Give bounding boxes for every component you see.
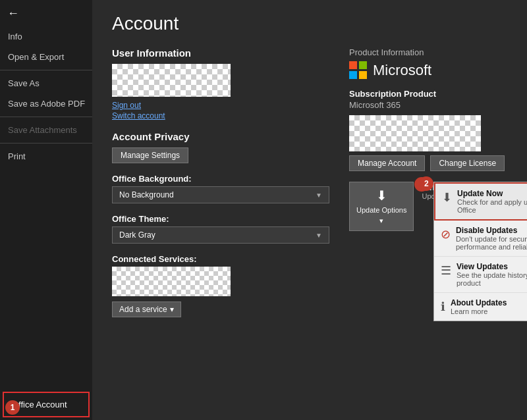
product-info-title: Product Information bbox=[349, 47, 507, 57]
sidebar-item-save-as[interactable]: Save As bbox=[0, 73, 92, 93]
connected-services-placeholder bbox=[112, 267, 231, 296]
update-now-desc: Check for and apply updates for Office bbox=[457, 198, 527, 214]
connected-services-label: Connected Services: bbox=[112, 254, 329, 264]
disable-updates-item[interactable]: ⊘ Disable Updates Don't update for secur… bbox=[434, 221, 527, 257]
right-column: Product Information Microsoft Subscripti… bbox=[349, 47, 507, 328]
update-now-text: Update Now Check for and apply updates f… bbox=[457, 189, 527, 214]
disable-updates-desc: Don't update for security, performance a… bbox=[456, 235, 527, 251]
sidebar: ← Info Open & Export Save As Save as Ado… bbox=[0, 0, 92, 420]
update-now-item[interactable]: ⬇ Update Now Check for and apply updates… bbox=[434, 182, 527, 221]
about-updates-icon: ℹ bbox=[441, 300, 445, 314]
ms-squares bbox=[349, 61, 368, 80]
update-now-title: Update Now bbox=[457, 189, 527, 198]
sidebar-item-info[interactable]: Info bbox=[0, 26, 92, 47]
about-updates-text: About Updates Learn more bbox=[451, 298, 507, 315]
left-column: User Information Sign out Switch account… bbox=[112, 47, 329, 328]
about-updates-title: About Updates bbox=[451, 298, 507, 307]
office-theme-arrow: ▼ bbox=[316, 232, 322, 239]
sidebar-divider-3 bbox=[0, 143, 92, 144]
back-button[interactable]: ← bbox=[0, 0, 26, 26]
ms-sq-red bbox=[349, 61, 357, 69]
add-service-arrow-icon: ▾ bbox=[170, 305, 174, 314]
product-image-placeholder bbox=[349, 115, 481, 151]
badge-1: 1 bbox=[5, 400, 20, 415]
sidebar-divider-1 bbox=[0, 70, 92, 70]
office-background-arrow: ▼ bbox=[316, 192, 322, 199]
view-updates-item[interactable]: ☰ View Updates See the update history fo… bbox=[434, 257, 527, 293]
account-privacy-title: Account Privacy bbox=[112, 131, 329, 142]
update-options-dropdown: 3 ⬇ Update Now Check for and apply updat… bbox=[433, 182, 527, 321]
about-updates-desc: Learn more bbox=[451, 307, 507, 315]
manage-account-button[interactable]: Manage Account bbox=[349, 155, 425, 171]
update-options-button[interactable]: ⬇ Update Options ▾ bbox=[349, 182, 414, 231]
microsoft-logo: Microsoft bbox=[349, 61, 507, 80]
switch-account-link[interactable]: Switch account bbox=[112, 111, 329, 120]
office-theme-section: Office Theme: Dark Gray ▼ bbox=[112, 214, 329, 244]
view-updates-icon: ☰ bbox=[441, 263, 451, 278]
office-background-dropdown-wrap: No Background ▼ bbox=[112, 186, 329, 203]
change-license-button[interactable]: Change License bbox=[430, 155, 505, 171]
sidebar-item-open-export[interactable]: Open & Export bbox=[0, 47, 92, 67]
ms-sq-blue bbox=[349, 71, 357, 79]
manage-settings-button[interactable]: Manage Settings bbox=[112, 147, 188, 163]
sidebar-item-print[interactable]: Print bbox=[0, 146, 92, 167]
office-background-selected: No Background bbox=[119, 190, 174, 199]
user-avatar-placeholder bbox=[112, 64, 231, 97]
update-now-icon: ⬇ bbox=[442, 190, 452, 205]
microsoft-label: Microsoft bbox=[373, 62, 431, 79]
main-content: Account User Information Sign out Switch… bbox=[92, 0, 527, 420]
sign-out-link[interactable]: Sign out bbox=[112, 101, 329, 110]
add-service-label: Add a service bbox=[119, 305, 167, 314]
view-updates-desc: See the update history for this product bbox=[457, 271, 527, 287]
office-theme-selected: Dark Gray bbox=[119, 230, 155, 240]
add-service-button[interactable]: Add a service ▾ bbox=[112, 302, 181, 317]
subscription-product-label: Subscription Product bbox=[349, 89, 507, 99]
office-background-section: Office Background: No Background ▼ bbox=[112, 174, 329, 203]
content-grid: User Information Sign out Switch account… bbox=[112, 47, 507, 328]
office-background-dropdown[interactable]: No Background ▼ bbox=[112, 186, 329, 203]
sidebar-nav: Info Open & Export Save As Save as Adobe… bbox=[0, 26, 92, 389]
sidebar-divider-2 bbox=[0, 117, 92, 117]
product-btn-row: Manage Account Change License bbox=[349, 155, 507, 171]
product-info-section: Product Information Microsoft Subscripti… bbox=[349, 47, 507, 171]
update-options-icon: ⬇ bbox=[376, 188, 387, 203]
view-updates-title: View Updates bbox=[457, 262, 527, 271]
connected-services-section: Connected Services: Add a service ▾ bbox=[112, 254, 329, 317]
update-options-label: Update Options bbox=[356, 206, 406, 214]
update-options-arrow: ▾ bbox=[379, 217, 383, 225]
disable-updates-title: Disable Updates bbox=[456, 226, 527, 235]
disable-updates-icon: ⊘ bbox=[441, 227, 451, 242]
sidebar-item-save-attachments: Save Attachments bbox=[0, 120, 92, 140]
disable-updates-text: Disable Updates Don't update for securit… bbox=[456, 226, 527, 251]
office-updates-section: ⬇ Update Options ▾ 2 Office Updates Upda… bbox=[349, 182, 507, 231]
sidebar-item-save-adobe[interactable]: Save as Adobe PDF bbox=[0, 93, 92, 114]
about-updates-item[interactable]: ℹ About Updates Learn more bbox=[434, 293, 527, 321]
account-privacy-section: Account Privacy Manage Settings bbox=[112, 131, 329, 163]
office-background-label: Office Background: bbox=[112, 174, 329, 184]
page-title: Account bbox=[112, 13, 507, 34]
ms-sq-green bbox=[359, 61, 367, 69]
user-information-title: User Information bbox=[112, 47, 329, 59]
subscription-name: Microsoft 365 bbox=[349, 100, 507, 110]
office-theme-label: Office Theme: bbox=[112, 214, 329, 224]
ms-sq-yellow bbox=[359, 71, 367, 79]
office-theme-dropdown-wrap: Dark Gray ▼ bbox=[112, 226, 329, 244]
user-information-section: User Information Sign out Switch account bbox=[112, 47, 329, 120]
office-theme-dropdown[interactable]: Dark Gray ▼ bbox=[112, 226, 329, 244]
view-updates-text: View Updates See the update history for … bbox=[457, 262, 527, 287]
